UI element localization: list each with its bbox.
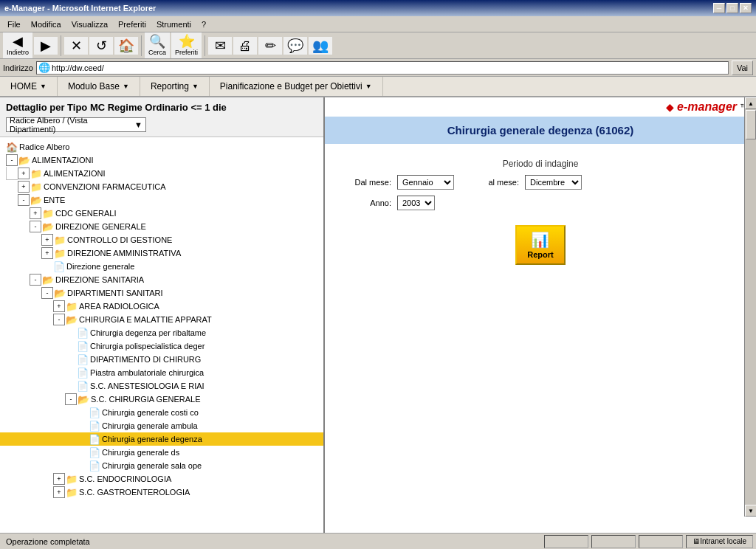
tree-node-piastra[interactable]: 📄 Piastra ambulatoriale chirurgica [0, 366, 323, 379]
close-button[interactable]: ✕ [740, 3, 752, 13]
tree-node-sc-chir-gen[interactable]: - 📂 S.C. CHIRURGIA GENERALE [0, 393, 323, 406]
tree-node-dir-gen-doc[interactable]: 📄 Direzione generale [0, 260, 323, 273]
stop-button[interactable]: ✕ [64, 37, 88, 55]
menu-preferiti[interactable]: Preferiti [114, 18, 151, 30]
tree-node-chir-costi[interactable]: 📄 Chirurgia generale costi co [0, 406, 323, 419]
expander-icon[interactable]: + [41, 247, 53, 259]
folder-open-icon: 📂 [66, 314, 78, 325]
tree-node-root[interactable]: 🏠 Radice Albero [0, 140, 323, 153]
scroll-up-button[interactable]: ▲ [745, 97, 756, 109]
tree-node-radice[interactable]: - 📂 ALIMENTAZIONI [0, 153, 323, 167]
tree-node-chir-degen-rib[interactable]: 📄 Chirurgia degenza per ribaltame [0, 326, 323, 339]
tree-node-chir-sala[interactable]: 📄 Chirurgia generale sala ope [0, 459, 323, 472]
right-scrollbar[interactable]: ▲ ▼ [744, 97, 756, 517]
expander-icon[interactable]: + [53, 473, 65, 485]
expander-icon[interactable]: - [18, 194, 30, 206]
report-button[interactable]: 📊 Report [515, 225, 565, 265]
expander-icon[interactable]: + [18, 181, 30, 193]
refresh-button[interactable]: ↺ [89, 37, 113, 55]
tree-node-dip-chirurg[interactable]: 📄 DIPARTIMENTO DI CHIRURG [0, 353, 323, 366]
messenger-button[interactable]: 💬 [284, 37, 307, 55]
back-button[interactable]: ◀ Indietro [3, 32, 32, 58]
minimize-button[interactable]: ─ [713, 3, 725, 13]
tree-node-dir-gen[interactable]: - 📂 DIREZIONE GENERALE [0, 220, 323, 233]
document-icon: 📄 [77, 341, 89, 352]
nav-reporting[interactable]: Reporting ▼ [140, 77, 210, 96]
menu-visualizza[interactable]: Visualizza [67, 18, 112, 30]
maximize-button[interactable]: □ [726, 3, 738, 13]
forward-button[interactable]: ▶ [34, 37, 58, 55]
document-icon: 📄 [77, 367, 89, 379]
menu-file[interactable]: File [3, 18, 25, 30]
edit-button[interactable]: ✏ [258, 37, 282, 55]
address-input[interactable] [52, 63, 726, 72]
expander-icon[interactable]: + [18, 168, 30, 179]
nav-modulo-base[interactable]: Modulo Base ▼ [58, 77, 140, 96]
tree-node-gastro[interactable]: + 📁 S.C. GASTROENTEROLOGIA [0, 486, 323, 499]
tree-node-chir-mal[interactable]: - 📂 CHIRURGIA E MALATTIE APPARAT [0, 313, 323, 326]
address-input-wrap: 🌐 [36, 61, 729, 75]
tree-node-chir-degenza[interactable]: 📄 Chirurgia generale degenza [0, 432, 323, 446]
tree-node-anest[interactable]: 📄 S.C. ANESTESIOLOGIA E RIAI [0, 379, 323, 393]
dal-mese-select[interactable]: GennaioFebbraioMarzo AprileMaggioGiugno … [397, 175, 454, 190]
page-title: Dettaglio per Tipo MC Regime Ordinario <… [6, 102, 317, 113]
dal-mese-label: Dal mese: [347, 178, 391, 187]
go-button[interactable]: Vai [732, 61, 753, 75]
tree-node-cdc[interactable]: + 📁 CDC GENERALI [0, 207, 323, 220]
chevron-down-icon: ▼ [192, 83, 199, 90]
tree-node-dir-san[interactable]: - 📂 DIREZIONE SANITARIA [0, 273, 323, 286]
tree-node-ente[interactable]: - 📂 ENTE [0, 193, 323, 207]
separator3 [205, 35, 205, 56]
expander-icon[interactable]: - [6, 154, 18, 166]
menu-strumenti[interactable]: Strumenti [152, 18, 196, 30]
home-button[interactable]: 🏠 [114, 37, 138, 55]
scroll-thumb[interactable] [746, 110, 756, 139]
menu-modifica[interactable]: Modifica [27, 18, 66, 30]
people-button[interactable]: 👥 [309, 37, 332, 55]
tree-node-controllo[interactable]: + 📁 CONTROLLO DI GESTIONE [0, 233, 323, 246]
window-title: e-Manager - Microsoft Internet Explorer [4, 4, 156, 13]
tree-scroll[interactable]: 🏠 Radice Albero - 📂 ALIMENTAZIONI [0, 137, 323, 533]
expander-icon[interactable]: + [53, 300, 65, 312]
tree-content: 🏠 Radice Albero - 📂 ALIMENTAZIONI [0, 137, 323, 502]
expander-icon[interactable]: - [53, 314, 65, 325]
expander-icon[interactable]: + [53, 486, 65, 498]
favorites-button[interactable]: ⭐ Preferiti [171, 32, 202, 58]
tree-node-endocrin[interactable]: + 📁 S.C. ENDOCRINOLOGIA [0, 472, 323, 486]
expander-icon[interactable]: - [30, 274, 41, 286]
stop-icon: ✕ [71, 39, 82, 52]
al-mese-select[interactable]: GennaioFebbraioMarzo AprileMaggioGiugno … [525, 175, 582, 190]
address-label: Indirizzo [3, 63, 33, 72]
nav-pianificazione[interactable]: Pianificazione e Budget per Obiettivi ▼ [210, 77, 383, 96]
folder-open-icon: 📂 [78, 394, 89, 405]
expander-icon[interactable]: - [30, 221, 41, 232]
scroll-down-button[interactable]: ▼ [745, 505, 756, 517]
tree-node-chir-ambul[interactable]: 📄 Chirurgia generale ambula [0, 419, 323, 432]
status-panel-empty3 [639, 535, 683, 548]
tree-node-dip-san[interactable]: - 📂 DIPARTIMENTI SANITARI [0, 286, 323, 300]
menu-help[interactable]: ? [197, 18, 210, 30]
tree-node-convenzioni[interactable]: + 📁 CONVENZIONI FARMACEUTICA [0, 180, 323, 193]
tree-node-chir-poli[interactable]: 📄 Chirurgia polispecialistica deger [0, 339, 323, 353]
folder-open-icon: 📂 [30, 195, 42, 206]
tree-header: Dettaglio per Tipo MC Regime Ordinario <… [0, 97, 323, 137]
print-button[interactable]: 🖨 [233, 37, 257, 55]
anno-select[interactable]: 20012002 200320042005 [397, 196, 435, 210]
report-btn-area: 📊 Report [347, 225, 734, 265]
tree-node-area-rad[interactable]: + 📁 AREA RADIOLOGICA [0, 300, 323, 313]
search-button[interactable]: 🔍 Cerca [145, 32, 170, 58]
folder-icon: 📁 [54, 248, 66, 259]
tree-node-alimentazioni[interactable]: + 📁 ALIMENTAZIONI [0, 167, 323, 180]
nav-home[interactable]: HOME ▼ [0, 77, 58, 96]
expander-icon[interactable]: - [41, 287, 53, 299]
expander-icon[interactable]: - [65, 393, 77, 405]
folder-open-icon: 📂 [42, 274, 54, 286]
expander-icon[interactable]: + [41, 234, 53, 246]
home-icon: 🏠 [6, 142, 18, 153]
tree-node-dir-amm[interactable]: + 📁 DIREZIONE AMMINISTRATIVA [0, 246, 323, 260]
right-panel: ◆ e-manager ™ Chirurgia generale degenza… [325, 97, 756, 533]
view-dropdown[interactable]: Radice Albero / (Vista Dipartimenti) ▼ [6, 117, 146, 132]
mail-button[interactable]: ✉ [208, 37, 232, 55]
tree-node-chir-ds[interactable]: 📄 Chirurgia generale ds [0, 446, 323, 459]
expander-icon[interactable]: + [30, 207, 41, 219]
